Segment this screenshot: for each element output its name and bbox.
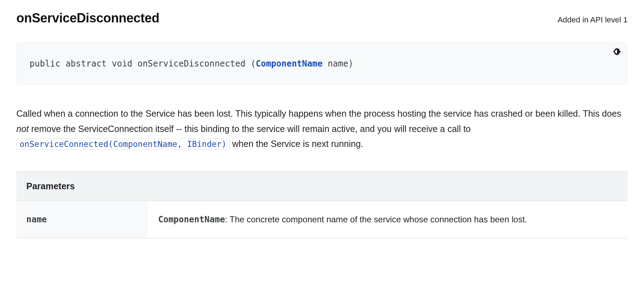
- table-row: name ComponentName: The concrete compone…: [16, 201, 628, 238]
- api-level-label: Added in API level 1: [558, 15, 628, 25]
- param-desc: : The concrete component name of the ser…: [225, 215, 527, 224]
- parameters-table: Parameters name ComponentName: The concr…: [16, 171, 628, 238]
- theme-toggle-button[interactable]: [611, 46, 623, 58]
- parameters-heading: Parameters: [16, 171, 628, 201]
- inline-code-link-onserviceconnected[interactable]: onServiceConnected(ComponentName, IBinde…: [16, 138, 230, 150]
- description-text-post: when the Service is next running.: [230, 139, 363, 149]
- param-type: ComponentName: [158, 215, 225, 224]
- code-signature-block: public abstract void onServiceDisconnect…: [16, 43, 628, 85]
- param-desc-cell: ComponentName: The concrete component na…: [148, 201, 628, 238]
- description-text-pre: Called when a connection to the Service …: [16, 109, 621, 118]
- method-description: Called when a connection to the Service …: [16, 106, 628, 152]
- description-emph-not: not: [16, 124, 29, 134]
- signature-prefix: public abstract void onServiceDisconnect…: [30, 59, 256, 69]
- method-title: onServiceDisconnected: [16, 11, 159, 26]
- brightness-icon: [612, 47, 622, 57]
- param-name: name: [16, 201, 148, 238]
- description-text-mid: remove the ServiceConnection itself -- t…: [29, 124, 471, 134]
- signature-suffix: name): [323, 59, 354, 69]
- type-link-componentname[interactable]: ComponentName: [256, 59, 323, 69]
